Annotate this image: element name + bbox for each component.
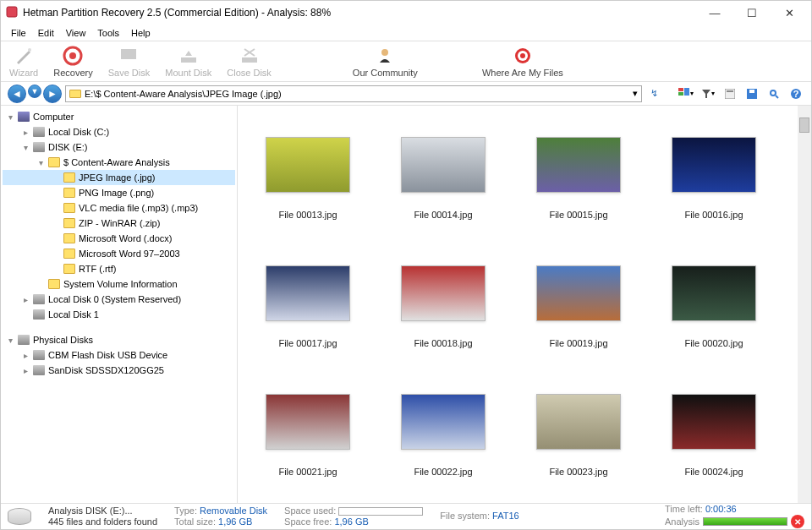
tree-item[interactable]: VLC media file (.mp3) (.mp3) xyxy=(3,200,235,216)
expand-icon[interactable]: ▾ xyxy=(6,336,14,345)
thumbnail-item[interactable]: File 00017.jpg xyxy=(244,248,371,366)
menu-help[interactable]: Help xyxy=(126,26,156,40)
tree-label: PNG Image (.png) xyxy=(79,188,154,198)
thumbnail-name: File 00019.jpg xyxy=(549,338,607,348)
tree-item[interactable]: ▸Local Disk 0 (System Reserved) xyxy=(3,292,235,307)
minimize-button[interactable]: — xyxy=(696,1,733,25)
disk-icon xyxy=(18,335,30,345)
thumbnail-image xyxy=(536,394,621,450)
toolbar-recovery[interactable]: Recovery xyxy=(53,46,92,78)
thumbnail-image xyxy=(401,137,486,193)
save-button[interactable] xyxy=(743,85,760,102)
toolbar-save-disk: Save Disk xyxy=(108,46,151,78)
window-title: Hetman Partition Recovery 2.5 (Commercia… xyxy=(23,7,331,19)
thumbnail-item[interactable]: File 00020.jpg xyxy=(650,248,777,366)
thumbnail-image xyxy=(536,265,621,321)
disk-icon xyxy=(33,365,45,375)
maximize-button[interactable]: ☐ xyxy=(733,1,771,25)
tree-label: RTF (.rtf) xyxy=(79,264,116,274)
thumbnail-name: File 00018.jpg xyxy=(414,338,472,348)
folder-icon xyxy=(63,172,75,183)
thumbnail-item[interactable]: File 00013.jpg xyxy=(244,119,371,238)
tree-item[interactable]: ▸Local Disk (C:) xyxy=(3,124,235,139)
tree-label: Local Disk 0 (System Reserved) xyxy=(48,294,181,304)
tree-item[interactable]: RTF (.rtf) xyxy=(3,261,235,276)
tree-label: ZIP - WinRAR (.zip) xyxy=(79,218,160,228)
expand-icon[interactable]: ▾ xyxy=(36,158,45,167)
expand-icon[interactable]: ▸ xyxy=(21,128,30,137)
tree-item[interactable]: System Volume Information xyxy=(3,276,235,292)
toolbar: WizardRecoverySave DiskMount DiskClose D… xyxy=(1,41,811,82)
thumbnail-image xyxy=(266,137,350,193)
folder-icon xyxy=(63,203,75,213)
folder-icon xyxy=(48,157,60,167)
disk-icon xyxy=(33,142,45,152)
thumbnail-image xyxy=(401,265,486,321)
tree-item[interactable]: ▾Physical Disks xyxy=(3,332,235,347)
menu-edit[interactable]: Edit xyxy=(33,26,59,40)
thumbnail-item[interactable]: File 00019.jpg xyxy=(515,248,642,366)
thumbnail-item[interactable]: File 00022.jpg xyxy=(380,376,507,494)
options-button[interactable] xyxy=(721,85,738,102)
toolbar-our-community[interactable]: Our Community xyxy=(353,46,418,78)
thumbnail-name: File 00024.jpg xyxy=(684,467,743,477)
close-button[interactable]: ✕ xyxy=(771,1,808,25)
back-button[interactable]: ◄ xyxy=(8,85,26,103)
thumbnail-grid: File 00013.jpgFile 00014.jpgFile 00015.j… xyxy=(238,106,798,503)
tree-label: Microsoft Word (.docx) xyxy=(79,233,172,243)
thumbnail-item[interactable]: File 00018.jpg xyxy=(380,248,507,366)
menu-file[interactable]: File xyxy=(6,26,31,40)
stop-button[interactable]: ✕ xyxy=(791,515,804,528)
tree-item[interactable]: ▾$ Content-Aware Analysis xyxy=(3,155,235,170)
thumbnail-item[interactable]: File 00016.jpg xyxy=(650,119,777,238)
menu-view[interactable]: View xyxy=(61,26,91,40)
tree-item[interactable]: ZIP - WinRAR (.zip) xyxy=(3,216,235,231)
tree-item[interactable]: Microsoft Word 97–2003 xyxy=(3,246,235,261)
tree-label: Local Disk 1 xyxy=(48,309,99,320)
thumbnail-item[interactable]: File 00015.jpg xyxy=(515,119,642,238)
thumbnail-name: File 00022.jpg xyxy=(414,467,472,477)
folder-icon xyxy=(48,279,60,289)
tree-item[interactable]: Microsoft Word (.docx) xyxy=(3,231,235,246)
menu-tools[interactable]: Tools xyxy=(92,26,124,40)
scrollbar[interactable] xyxy=(798,106,811,503)
tree-item[interactable]: JPEG Image (.jpg) xyxy=(3,170,235,185)
expand-icon[interactable]: ▸ xyxy=(21,351,30,360)
thumbnail-image xyxy=(672,137,756,193)
thumbnail-item[interactable]: File 00024.jpg xyxy=(650,376,777,494)
toolbar-where-are-my-files[interactable]: Where Are My Files xyxy=(482,46,563,78)
tree-item[interactable]: ▾DISK (E:) xyxy=(3,139,235,155)
history-dropdown[interactable]: ▼ xyxy=(28,85,41,98)
forward-button[interactable]: ► xyxy=(43,85,62,103)
thumbnail-image xyxy=(536,137,621,193)
tree-item[interactable]: ▾Computer xyxy=(3,109,235,124)
folder-icon xyxy=(63,218,75,228)
tree-item[interactable]: Local Disk 1 xyxy=(3,307,235,322)
path-input[interactable]: E:\$ Content-Aware Analysis\JPEG Image (… xyxy=(65,85,642,102)
tree-item[interactable]: ▸CBM Flash Disk USB Device xyxy=(3,347,235,363)
thumbnail-item[interactable]: File 00014.jpg xyxy=(380,119,507,238)
tree-item[interactable]: ▸SanDisk SDSSDX120GG25 xyxy=(3,363,235,378)
disk-icon xyxy=(33,127,45,137)
tree-label: System Volume Information xyxy=(63,279,178,289)
thumbnail-item[interactable]: File 00021.jpg xyxy=(244,376,371,494)
help-button[interactable]: ? xyxy=(787,85,804,102)
filter-button[interactable]: ▾ xyxy=(700,85,716,102)
expand-icon[interactable]: ▸ xyxy=(21,366,30,375)
view-mode-button[interactable]: ▾ xyxy=(678,85,694,102)
svg-rect-20 xyxy=(749,90,754,93)
thumbnail-item[interactable]: File 00023.jpg xyxy=(515,376,642,494)
wizard-icon xyxy=(14,46,34,66)
toolbar-mount-disk: Mount Disk xyxy=(165,46,211,78)
our-community-icon xyxy=(375,46,395,66)
chevron-down-icon[interactable]: ▾ xyxy=(633,88,638,99)
refresh-button[interactable]: ↯ xyxy=(645,85,662,102)
search-button[interactable] xyxy=(765,85,782,102)
expand-icon[interactable]: ▸ xyxy=(21,295,30,304)
path-text: E:\$ Content-Aware Analysis\JPEG Image (… xyxy=(85,89,282,99)
status-found: 445 files and folders found xyxy=(48,516,157,527)
tree-item[interactable]: PNG Image (.png) xyxy=(3,185,235,200)
expand-icon[interactable]: ▾ xyxy=(21,143,30,152)
app-icon xyxy=(6,6,18,19)
expand-icon[interactable]: ▾ xyxy=(6,112,14,122)
